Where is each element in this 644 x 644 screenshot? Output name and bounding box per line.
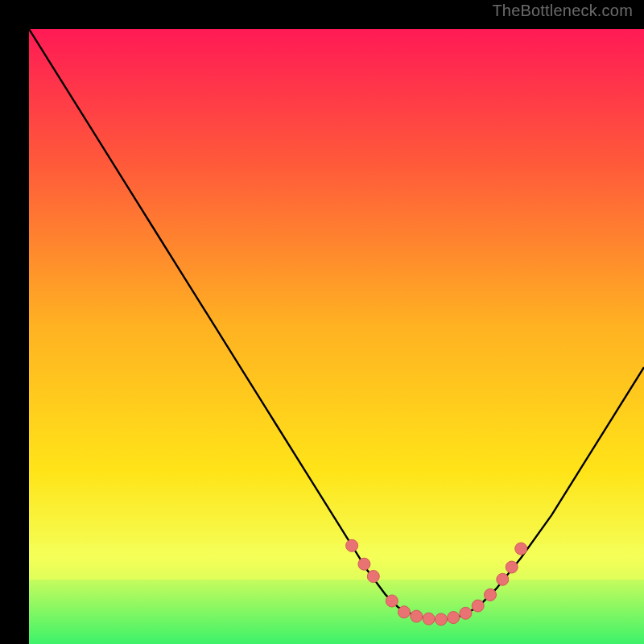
data-point [460, 607, 472, 619]
data-point [435, 613, 447, 625]
data-point [398, 606, 411, 618]
data-point [411, 610, 423, 622]
data-point [386, 595, 398, 607]
data-point [448, 612, 460, 624]
plot-area [29, 29, 644, 644]
data-point [367, 571, 379, 583]
data-point [497, 573, 509, 585]
data-point [346, 539, 358, 551]
data-point [515, 543, 527, 555]
data-point [485, 588, 497, 601]
chart-frame [14, 14, 630, 630]
highlight-band [29, 544, 644, 580]
data-point [506, 561, 518, 573]
chart-svg [29, 29, 644, 644]
data-point [472, 600, 484, 612]
data-point [423, 613, 435, 625]
watermark-text: TheBottleneck.com [492, 2, 633, 20]
data-point [358, 558, 370, 570]
